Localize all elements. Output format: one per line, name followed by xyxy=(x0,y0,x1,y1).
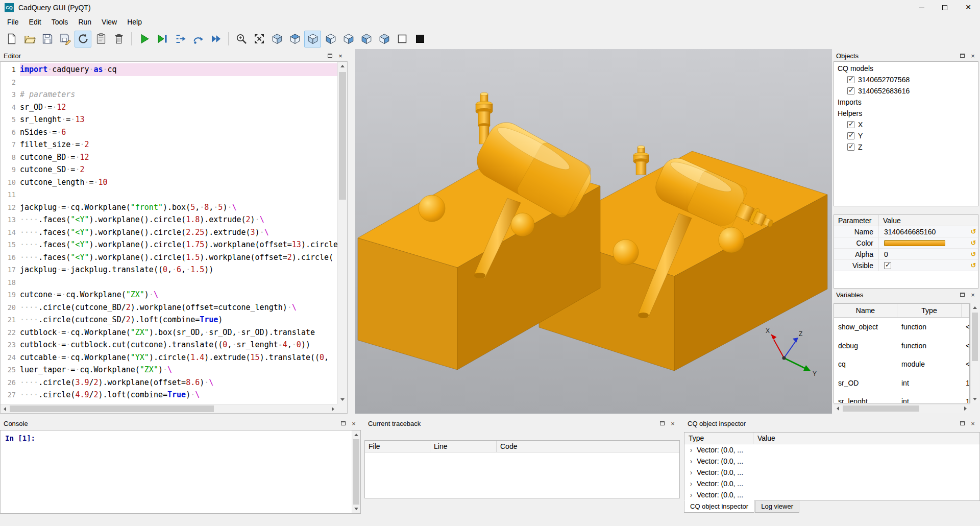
variable-row[interactable]: show_objectfunction<f xyxy=(834,318,969,337)
scroll-down-icon[interactable] xyxy=(338,395,347,404)
view-iso-icon[interactable] xyxy=(268,31,285,47)
tree-item[interactable]: CQ models xyxy=(834,63,978,74)
expand-chevron-icon[interactable]: › xyxy=(688,480,695,488)
scroll-right-icon[interactable] xyxy=(329,404,337,413)
view-left-icon[interactable] xyxy=(358,31,375,47)
variables-vscrollbar[interactable] xyxy=(970,303,979,403)
inspector-row[interactable]: ›Vector: (0.0, ... xyxy=(684,489,979,500)
scroll-up-icon[interactable] xyxy=(352,431,360,439)
scrollbar-thumb[interactable] xyxy=(353,439,359,505)
variable-row[interactable]: sr_ODint12 xyxy=(834,374,969,393)
float-panel-icon[interactable] xyxy=(958,52,967,60)
checkbox[interactable] xyxy=(884,262,891,269)
maximize-button[interactable] xyxy=(933,0,957,15)
wireframe-icon[interactable] xyxy=(394,31,410,47)
console-body[interactable]: In [1]: xyxy=(0,430,361,514)
view-top-icon[interactable] xyxy=(286,31,303,47)
zoom-icon[interactable] xyxy=(233,31,250,47)
menu-run[interactable]: Run xyxy=(73,16,96,28)
reset-icon[interactable]: ↺ xyxy=(969,239,978,247)
variable-row[interactable]: cqmodule<m xyxy=(834,355,969,374)
close-panel-icon[interactable]: × xyxy=(336,52,345,60)
view-front-icon[interactable] xyxy=(322,31,339,47)
scroll-down-icon[interactable] xyxy=(352,505,360,513)
save-icon[interactable] xyxy=(39,31,56,47)
tree-item[interactable]: 3140652707568 xyxy=(834,74,978,85)
clipboard-icon[interactable] xyxy=(92,31,109,47)
close-panel-icon[interactable]: × xyxy=(968,291,977,299)
tree-item[interactable]: Y xyxy=(834,130,978,141)
menu-file[interactable]: File xyxy=(2,16,24,28)
tab-cq-object-inspector[interactable]: CQ object inspector xyxy=(684,500,754,513)
expand-chevron-icon[interactable]: › xyxy=(688,491,695,499)
close-panel-icon[interactable]: × xyxy=(968,419,977,427)
inspector-row[interactable]: ›Vector: (0.0, ... xyxy=(684,444,979,456)
checkbox[interactable] xyxy=(847,87,854,94)
checkbox[interactable] xyxy=(847,121,854,128)
menu-tools[interactable]: Tools xyxy=(46,16,74,28)
save-as-icon[interactable] xyxy=(57,31,74,47)
inspector-row[interactable]: ›Vector: (0.0, ... xyxy=(684,467,979,478)
expand-chevron-icon[interactable]: › xyxy=(688,457,695,465)
scroll-down-icon[interactable] xyxy=(971,395,979,403)
scroll-right-icon[interactable] xyxy=(961,404,970,413)
console-vscrollbar[interactable] xyxy=(352,431,360,513)
view-back-icon[interactable] xyxy=(340,31,357,47)
color-swatch[interactable] xyxy=(884,240,945,246)
expand-chevron-icon[interactable]: › xyxy=(688,446,695,454)
checkbox[interactable] xyxy=(847,76,854,83)
view-bottom-icon[interactable] xyxy=(304,31,321,47)
editor-hscrollbar[interactable] xyxy=(1,404,337,413)
tree-item[interactable]: X xyxy=(834,119,978,130)
scrollbar-thumb[interactable] xyxy=(972,313,978,361)
new-file-icon[interactable] xyxy=(3,31,20,47)
tree-item[interactable]: Helpers xyxy=(834,108,978,119)
float-panel-icon[interactable] xyxy=(958,291,967,299)
viewport-3d[interactable]: X Z Y xyxy=(355,49,832,414)
view-right-icon[interactable] xyxy=(376,31,393,47)
step-into-icon[interactable] xyxy=(172,31,188,47)
variables-hscrollbar[interactable] xyxy=(834,404,970,413)
close-button[interactable] xyxy=(957,0,980,15)
float-panel-icon[interactable] xyxy=(958,419,967,427)
tree-item[interactable]: Z xyxy=(834,141,978,153)
close-panel-icon[interactable]: × xyxy=(668,419,677,427)
minimize-button[interactable] xyxy=(910,0,933,15)
continue-icon[interactable] xyxy=(207,31,224,47)
scroll-up-icon[interactable] xyxy=(338,62,347,70)
reset-icon[interactable]: ↺ xyxy=(969,228,978,235)
menu-view[interactable]: View xyxy=(96,16,122,28)
autoreload-icon[interactable] xyxy=(75,31,91,47)
menu-help[interactable]: Help xyxy=(122,16,147,28)
float-panel-icon[interactable] xyxy=(338,419,348,427)
float-panel-icon[interactable] xyxy=(325,52,334,60)
scroll-left-icon[interactable] xyxy=(1,404,9,413)
scroll-up-icon[interactable] xyxy=(971,303,979,312)
reset-icon[interactable]: ↺ xyxy=(969,261,978,269)
tree-item[interactable]: Imports xyxy=(834,97,978,108)
open-file-icon[interactable] xyxy=(21,31,38,47)
scrollbar-thumb[interactable] xyxy=(339,72,346,200)
menu-edit[interactable]: Edit xyxy=(24,16,46,28)
expand-chevron-icon[interactable]: › xyxy=(688,468,695,476)
property-value[interactable] xyxy=(879,237,969,248)
tab-log-viewer[interactable]: Log viewer xyxy=(755,501,799,513)
scrollbar-thumb[interactable] xyxy=(843,405,919,412)
debug-icon[interactable] xyxy=(154,31,170,47)
inspector-row[interactable]: ›Vector: (0.0, ... xyxy=(684,456,979,467)
tree-item[interactable]: 3140652683616 xyxy=(834,85,978,97)
float-panel-icon[interactable] xyxy=(657,419,667,427)
scroll-left-icon[interactable] xyxy=(834,404,842,413)
reset-icon[interactable]: ↺ xyxy=(969,250,978,258)
step-over-icon[interactable] xyxy=(189,31,206,47)
variable-row[interactable]: debugfunction<f xyxy=(834,337,969,355)
editor-code[interactable]: import·cadquery·as·cq# parameterssr_OD·=… xyxy=(20,62,337,404)
scrollbar-thumb[interactable] xyxy=(10,405,214,412)
property-value[interactable] xyxy=(879,260,969,271)
checkbox[interactable] xyxy=(847,132,854,139)
property-value[interactable]: 0 xyxy=(879,249,969,259)
editor-vscrollbar[interactable] xyxy=(337,62,347,404)
trash-icon[interactable] xyxy=(110,31,127,47)
close-panel-icon[interactable]: × xyxy=(349,419,358,427)
checkbox[interactable] xyxy=(847,144,854,151)
